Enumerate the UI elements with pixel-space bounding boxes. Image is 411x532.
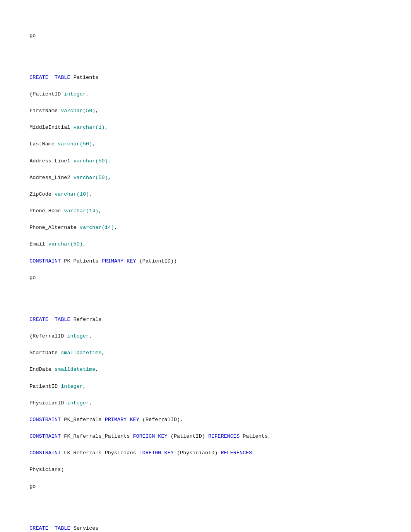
create-kw-3: CREATE: [29, 525, 48, 531]
table-name-patients: Patients: [70, 75, 99, 80]
constraint-fk-referrals-physicians: CONSTRAINT: [29, 450, 61, 456]
sql-code-block: go CREATE TABLE Patients (PatientID inte…: [23, 23, 388, 532]
constraint-kw-patients: CONSTRAINT: [29, 258, 61, 264]
patients-type-1: integer: [64, 91, 86, 97]
go-top: go: [29, 33, 36, 39]
patients-line-1: (PatientID: [29, 91, 64, 97]
constraint-fk-referrals-patients: CONSTRAINT: [29, 433, 61, 439]
create-kw-2: CREATE: [29, 317, 48, 322]
table-kw-1: TABLE: [55, 75, 70, 80]
table-name-referrals: Referrals: [70, 317, 102, 322]
table-kw-3: TABLE: [55, 525, 70, 531]
table-kw-2: TABLE: [55, 317, 70, 322]
constraint-pk-referrals: CONSTRAINT: [29, 417, 61, 423]
create-kw-1: CREATE: [29, 75, 48, 80]
table-name-services: Services: [70, 525, 99, 531]
